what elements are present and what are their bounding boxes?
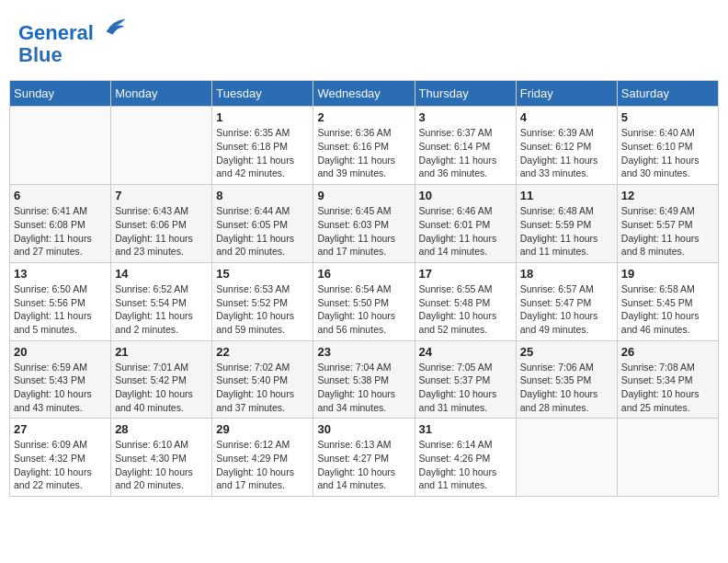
calendar-cell: 3Sunrise: 6:37 AM Sunset: 6:14 PM Daylig…: [415, 107, 516, 185]
day-info: Sunrise: 6:55 AM Sunset: 5:48 PM Dayligh…: [419, 282, 512, 337]
calendar-cell: 18Sunrise: 6:57 AM Sunset: 5:47 PM Dayli…: [516, 262, 617, 340]
day-number: 31: [419, 422, 512, 436]
day-info: Sunrise: 6:45 AM Sunset: 6:03 PM Dayligh…: [317, 204, 410, 259]
day-number: 28: [115, 422, 208, 436]
day-number: 22: [216, 345, 309, 359]
weekday-header-thursday: Thursday: [415, 81, 516, 107]
logo-text: General Blue: [18, 14, 127, 66]
calendar-cell: [111, 107, 212, 185]
calendar-cell: 10Sunrise: 6:46 AM Sunset: 6:01 PM Dayli…: [415, 185, 516, 263]
day-info: Sunrise: 7:01 AM Sunset: 5:42 PM Dayligh…: [115, 361, 208, 415]
day-number: 24: [419, 345, 512, 359]
day-number: 26: [621, 345, 714, 359]
calendar-cell: 9Sunrise: 6:45 AM Sunset: 6:03 PM Daylig…: [313, 185, 415, 263]
calendar-cell: 16Sunrise: 6:54 AM Sunset: 5:50 PM Dayli…: [313, 262, 415, 340]
calendar-week-5: 27Sunrise: 6:09 AM Sunset: 4:32 PM Dayli…: [10, 419, 719, 497]
calendar-cell: [10, 107, 111, 185]
calendar-table: SundayMondayTuesdayWednesdayThursdayFrid…: [9, 80, 719, 497]
logo-bird-icon: [101, 14, 127, 40]
day-number: 25: [520, 345, 613, 359]
calendar-cell: 20Sunrise: 6:59 AM Sunset: 5:43 PM Dayli…: [10, 340, 111, 419]
day-info: Sunrise: 6:54 AM Sunset: 5:50 PM Dayligh…: [317, 282, 410, 337]
day-info: Sunrise: 6:48 AM Sunset: 5:59 PM Dayligh…: [520, 204, 613, 259]
calendar-cell: 4Sunrise: 6:39 AM Sunset: 6:12 PM Daylig…: [516, 107, 617, 185]
day-info: Sunrise: 6:13 AM Sunset: 4:27 PM Dayligh…: [317, 438, 410, 492]
calendar-cell: 15Sunrise: 6:53 AM Sunset: 5:52 PM Dayli…: [212, 262, 313, 340]
page-header: General Blue: [9, 9, 719, 71]
weekday-header-friday: Friday: [516, 81, 617, 107]
calendar-cell: 30Sunrise: 6:13 AM Sunset: 4:27 PM Dayli…: [313, 419, 415, 497]
day-info: Sunrise: 6:58 AM Sunset: 5:45 PM Dayligh…: [621, 282, 714, 337]
calendar-cell: 5Sunrise: 6:40 AM Sunset: 6:10 PM Daylig…: [617, 107, 718, 185]
calendar-cell: 2Sunrise: 6:36 AM Sunset: 6:16 PM Daylig…: [313, 107, 415, 185]
day-info: Sunrise: 6:46 AM Sunset: 6:01 PM Dayligh…: [419, 204, 512, 259]
calendar-cell: 22Sunrise: 7:02 AM Sunset: 5:40 PM Dayli…: [212, 340, 313, 419]
day-info: Sunrise: 6:59 AM Sunset: 5:43 PM Dayligh…: [14, 361, 107, 415]
calendar-cell: 12Sunrise: 6:49 AM Sunset: 5:57 PM Dayli…: [617, 185, 718, 263]
day-info: Sunrise: 7:06 AM Sunset: 5:35 PM Dayligh…: [520, 361, 613, 415]
day-info: Sunrise: 6:09 AM Sunset: 4:32 PM Dayligh…: [14, 438, 107, 492]
day-info: Sunrise: 6:10 AM Sunset: 4:30 PM Dayligh…: [115, 438, 208, 492]
day-info: Sunrise: 6:35 AM Sunset: 6:18 PM Dayligh…: [216, 126, 309, 180]
logo: General Blue: [18, 14, 127, 66]
day-info: Sunrise: 6:50 AM Sunset: 5:56 PM Dayligh…: [14, 282, 107, 337]
day-info: Sunrise: 6:36 AM Sunset: 6:16 PM Dayligh…: [317, 126, 410, 180]
calendar-cell: 26Sunrise: 7:08 AM Sunset: 5:34 PM Dayli…: [617, 340, 718, 419]
day-number: 30: [317, 422, 410, 436]
day-info: Sunrise: 6:44 AM Sunset: 6:05 PM Dayligh…: [216, 204, 309, 259]
calendar-cell: 31Sunrise: 6:14 AM Sunset: 4:26 PM Dayli…: [415, 419, 516, 497]
day-info: Sunrise: 6:12 AM Sunset: 4:29 PM Dayligh…: [216, 438, 309, 492]
day-number: 29: [216, 422, 309, 436]
day-number: 16: [317, 267, 410, 281]
day-info: Sunrise: 6:39 AM Sunset: 6:12 PM Dayligh…: [520, 126, 613, 180]
day-number: 2: [317, 110, 410, 124]
day-number: 8: [216, 189, 309, 202]
calendar-cell: [617, 419, 718, 497]
calendar-cell: 7Sunrise: 6:43 AM Sunset: 6:06 PM Daylig…: [111, 185, 212, 263]
weekday-header-sunday: Sunday: [10, 81, 111, 107]
day-number: 9: [317, 189, 410, 202]
calendar-week-4: 20Sunrise: 6:59 AM Sunset: 5:43 PM Dayli…: [10, 340, 719, 419]
day-number: 11: [520, 189, 613, 202]
calendar-cell: 27Sunrise: 6:09 AM Sunset: 4:32 PM Dayli…: [10, 419, 111, 497]
day-number: 7: [115, 189, 208, 202]
day-number: 18: [520, 267, 613, 281]
calendar-cell: 1Sunrise: 6:35 AM Sunset: 6:18 PM Daylig…: [212, 107, 313, 185]
day-info: Sunrise: 6:52 AM Sunset: 5:54 PM Dayligh…: [115, 282, 208, 337]
day-info: Sunrise: 6:53 AM Sunset: 5:52 PM Dayligh…: [216, 282, 309, 337]
day-info: Sunrise: 7:08 AM Sunset: 5:34 PM Dayligh…: [621, 361, 714, 415]
calendar-cell: 21Sunrise: 7:01 AM Sunset: 5:42 PM Dayli…: [111, 340, 212, 419]
calendar-cell: 23Sunrise: 7:04 AM Sunset: 5:38 PM Dayli…: [313, 340, 415, 419]
day-info: Sunrise: 7:02 AM Sunset: 5:40 PM Dayligh…: [216, 361, 309, 415]
day-number: 6: [14, 189, 107, 202]
day-number: 5: [621, 110, 714, 124]
day-number: 17: [419, 267, 512, 281]
day-info: Sunrise: 6:57 AM Sunset: 5:47 PM Dayligh…: [520, 282, 613, 337]
calendar-cell: 6Sunrise: 6:41 AM Sunset: 6:08 PM Daylig…: [10, 185, 111, 263]
weekday-header-monday: Monday: [111, 81, 212, 107]
day-number: 19: [621, 267, 714, 281]
day-info: Sunrise: 6:43 AM Sunset: 6:06 PM Dayligh…: [115, 204, 208, 259]
day-info: Sunrise: 6:41 AM Sunset: 6:08 PM Dayligh…: [14, 204, 107, 259]
calendar-cell: 17Sunrise: 6:55 AM Sunset: 5:48 PM Dayli…: [415, 262, 516, 340]
day-number: 13: [14, 267, 107, 281]
day-number: 14: [115, 267, 208, 281]
day-info: Sunrise: 7:04 AM Sunset: 5:38 PM Dayligh…: [317, 361, 410, 415]
weekday-header-tuesday: Tuesday: [212, 81, 313, 107]
day-info: Sunrise: 6:14 AM Sunset: 4:26 PM Dayligh…: [419, 438, 512, 492]
calendar-cell: 29Sunrise: 6:12 AM Sunset: 4:29 PM Dayli…: [212, 419, 313, 497]
day-number: 20: [14, 345, 107, 359]
calendar-cell: 13Sunrise: 6:50 AM Sunset: 5:56 PM Dayli…: [10, 262, 111, 340]
day-number: 15: [216, 267, 309, 281]
weekday-header-saturday: Saturday: [617, 81, 718, 107]
day-info: Sunrise: 6:49 AM Sunset: 5:57 PM Dayligh…: [621, 204, 714, 259]
day-info: Sunrise: 6:37 AM Sunset: 6:14 PM Dayligh…: [419, 126, 512, 180]
calendar-cell: 19Sunrise: 6:58 AM Sunset: 5:45 PM Dayli…: [617, 262, 718, 340]
calendar-cell: 24Sunrise: 7:05 AM Sunset: 5:37 PM Dayli…: [415, 340, 516, 419]
calendar-cell: [516, 419, 617, 497]
calendar-cell: 25Sunrise: 7:06 AM Sunset: 5:35 PM Dayli…: [516, 340, 617, 419]
weekday-header-wednesday: Wednesday: [313, 81, 415, 107]
calendar-week-2: 6Sunrise: 6:41 AM Sunset: 6:08 PM Daylig…: [10, 185, 719, 263]
calendar-cell: 11Sunrise: 6:48 AM Sunset: 5:59 PM Dayli…: [516, 185, 617, 263]
day-number: 1: [216, 110, 309, 124]
